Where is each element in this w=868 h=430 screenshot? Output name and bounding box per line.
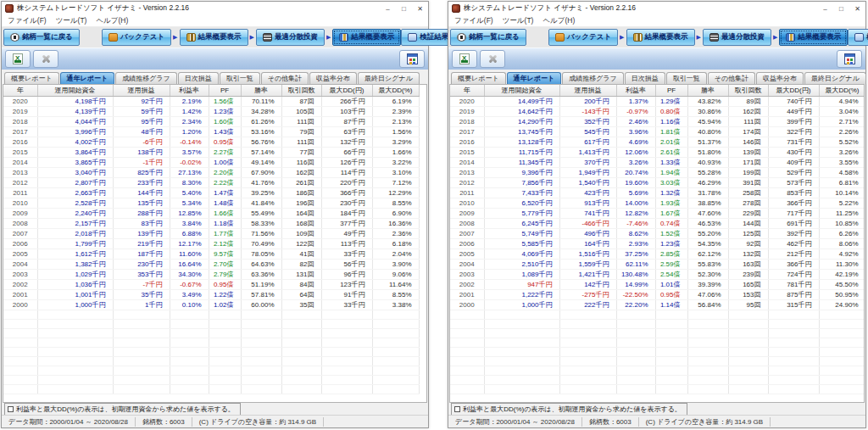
- nav-back-to-stock-list-button[interactable]: 銘柄一覧に戻る: [3, 29, 80, 46]
- tab-summary-report[interactable]: 概要レポート: [4, 72, 59, 84]
- col-header-trade-count[interactable]: 取引回数: [728, 85, 768, 96]
- col-header-max-dd-yen[interactable]: 最大DD(円): [321, 85, 372, 96]
- table-row: 20011,001千円35千円3.49%1.22倍57.81%64回91千円8.…: [3, 289, 419, 299]
- cell-max-dd-yen: 392千円: [768, 228, 819, 238]
- cell-trade-count: 77回: [281, 147, 321, 157]
- nav-open-results-button[interactable]: 検証結果を開く: [848, 29, 868, 46]
- cell-profit-loss: -143千円: [559, 106, 616, 116]
- col-header-start-capital[interactable]: 運用開始資金: [484, 85, 559, 96]
- col-header-profit-rate[interactable]: 利益率: [170, 85, 209, 96]
- nav-optimal-diversification-button[interactable]: 最適分散投資: [703, 29, 771, 46]
- cell-profit-loss: -6千円: [113, 137, 170, 147]
- cell-profit-rate: 12.82%: [616, 208, 655, 218]
- cell-max-dd-yen: 691千円: [768, 218, 819, 228]
- tab-summary-report[interactable]: 概要レポート: [451, 72, 506, 84]
- col-header-profit-rate[interactable]: 利益率: [616, 85, 655, 96]
- tab-performance-graph[interactable]: 成績推移グラフ: [115, 72, 177, 84]
- cell-max-dd-pct: 3.29%: [372, 137, 419, 147]
- table-row: 20112,663千円144千円5.40%1.47倍39.25%186回366千…: [3, 187, 419, 198]
- nav-backtest-button[interactable]: バックテスト: [548, 29, 618, 46]
- tab-trade-list[interactable]: 取引一覧: [666, 72, 707, 84]
- dd-display-option[interactable]: 利益率と最大DD(%)の表示は、初期運用資金から求めた値を表示する。: [4, 403, 241, 416]
- cell-profit-rate: 27.13%: [170, 167, 209, 177]
- nav-result-summary-button[interactable]: 結果概要表示: [180, 29, 248, 46]
- col-header-trade-count[interactable]: 取引回数: [281, 85, 321, 96]
- maximize-button[interactable]: □: [833, 3, 849, 15]
- tab-last-day-signal[interactable]: 最終日シグナル: [358, 72, 420, 84]
- tab-performance-graph[interactable]: 成績推移グラフ: [562, 72, 624, 84]
- nav-result-summary-active-button[interactable]: 結果概要表示: [779, 29, 848, 46]
- tab-daily-pl[interactable]: 日次損益: [625, 72, 665, 84]
- tab-other-aggregates[interactable]: その他集計: [261, 72, 309, 84]
- tab-last-day-signal[interactable]: 最終日シグナル: [804, 72, 866, 84]
- tab-daily-pl[interactable]: 日次損益: [178, 72, 219, 84]
- nav-result-summary-active-button[interactable]: 結果概要表示: [332, 29, 401, 46]
- nav-result-summary-button[interactable]: 結果概要表示: [626, 29, 695, 46]
- cell-year: 2016: [450, 137, 484, 147]
- col-header-profit-loss[interactable]: 運用損益: [113, 85, 170, 96]
- cell-pf: 1.94倍: [655, 167, 687, 177]
- menu-help[interactable]: ヘルプ(H): [96, 16, 128, 26]
- cell-start-capital: 2,157千円: [37, 218, 113, 228]
- cell-trade-count: 111回: [728, 116, 768, 126]
- tab-return-distribution[interactable]: 収益率分布: [756, 72, 804, 84]
- cell-pf: 2.85倍: [655, 249, 687, 259]
- empty-cell: [687, 310, 728, 319]
- tab-trade-list[interactable]: 取引一覧: [220, 72, 260, 84]
- tab-yearly-report[interactable]: 通年レポート: [60, 72, 115, 84]
- tab-yearly-report[interactable]: 通年レポート: [507, 72, 562, 84]
- col-header-win-rate[interactable]: 勝率: [687, 85, 728, 96]
- cell-year: 2011: [450, 187, 484, 198]
- cell-profit-loss: 142千円: [559, 279, 616, 289]
- col-header-start-capital[interactable]: 運用開始資金: [37, 85, 113, 96]
- menu-tools[interactable]: ツール(T): [56, 16, 87, 26]
- col-header-max-dd-pct[interactable]: 最大DD(%): [819, 85, 865, 96]
- close-button[interactable]: ✕: [412, 3, 428, 15]
- minimize-button[interactable]: –: [817, 3, 833, 15]
- menu-file[interactable]: ファイル(F): [454, 16, 493, 26]
- menu-tools[interactable]: ツール(T): [503, 16, 534, 26]
- menu-file[interactable]: ファイル(F): [8, 16, 47, 26]
- report-window-button[interactable]: [837, 50, 862, 68]
- cell-year: 2010: [450, 198, 484, 208]
- maximize-button[interactable]: □: [396, 3, 412, 15]
- cell-win-rate: 39.25%: [241, 187, 281, 198]
- nav-back-to-stock-list-button[interactable]: 銘柄一覧に戻る: [450, 29, 526, 46]
- cell-win-rate: 51.80%: [687, 147, 728, 157]
- csv-export-button[interactable]: [5, 50, 31, 68]
- empty-cell: [768, 375, 819, 384]
- chevron-right-icon: ▶: [618, 34, 626, 41]
- dd-display-checkbox[interactable]: [454, 406, 460, 412]
- col-header-pf[interactable]: PF: [655, 85, 687, 96]
- col-header-win-rate[interactable]: 勝率: [241, 85, 281, 96]
- tab-other-aggregates[interactable]: その他集計: [708, 72, 755, 84]
- dd-display-checkbox[interactable]: [8, 406, 14, 412]
- cell-max-dd-pct: 7.12%: [372, 177, 419, 187]
- col-header-profit-loss[interactable]: 運用損益: [559, 85, 616, 96]
- empty-table-row: [450, 375, 865, 384]
- status-symbol-count: 銘柄数：6003: [136, 417, 192, 427]
- settings-button[interactable]: [33, 50, 58, 68]
- cell-profit-loss: 353千円: [113, 269, 170, 279]
- dd-display-option[interactable]: 利益率と最大DD(%)の表示は、初期運用資金から求めた値を表示する。: [451, 403, 687, 416]
- cell-profit-loss: 1,540千円: [559, 177, 616, 187]
- cell-max-dd-yen: 230千円: [321, 198, 372, 208]
- csv-export-button[interactable]: [452, 50, 477, 68]
- empty-cell: [819, 310, 865, 319]
- settings-button[interactable]: [480, 50, 505, 68]
- col-header-year[interactable]: 年: [3, 85, 37, 96]
- empty-cell: [687, 319, 728, 328]
- col-header-max-dd-yen[interactable]: 最大DD(円): [768, 85, 819, 96]
- col-header-year[interactable]: 年: [450, 85, 484, 96]
- col-header-pf[interactable]: PF: [209, 85, 241, 96]
- cell-pf: 2.01倍: [655, 137, 687, 147]
- tab-return-distribution[interactable]: 収益率分布: [309, 72, 357, 84]
- close-button[interactable]: ✕: [849, 3, 865, 15]
- cell-win-rate: 47.60%: [687, 208, 728, 218]
- col-header-max-dd-pct[interactable]: 最大DD(%): [372, 85, 419, 96]
- menu-help[interactable]: ヘルプ(H): [542, 16, 575, 26]
- nav-optimal-diversification-button[interactable]: 最適分散投資: [256, 29, 325, 46]
- minimize-button[interactable]: –: [380, 3, 396, 15]
- report-window-button[interactable]: [399, 50, 425, 68]
- nav-backtest-button[interactable]: バックテスト: [102, 29, 171, 46]
